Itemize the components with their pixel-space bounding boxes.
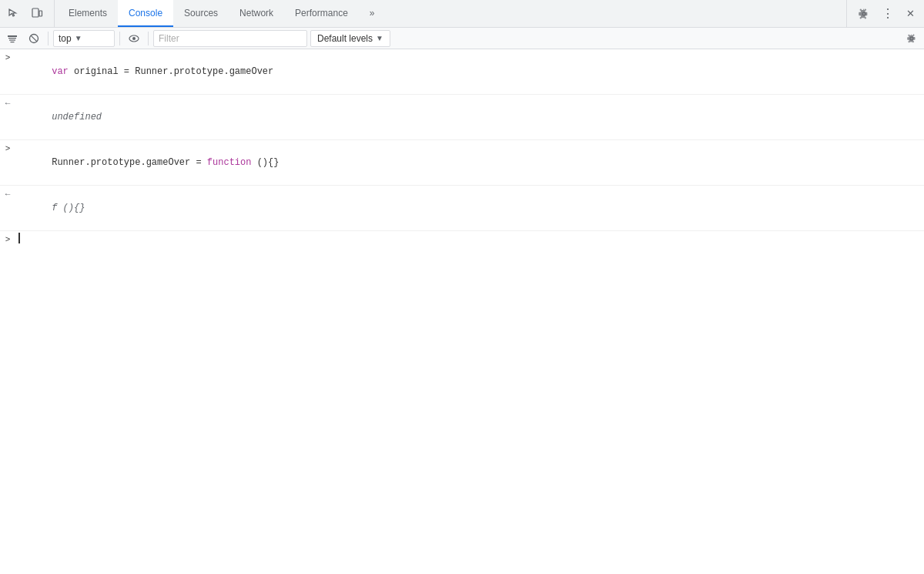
tab-bar-right-icons: ⋮ ✕ [846,0,921,27]
svg-rect-0 [32,8,38,17]
levels-button-arrow: ▼ [376,34,383,42]
log-levels-button[interactable]: Default levels ▼ [310,30,390,47]
toolbar-divider-3 [148,32,149,45]
console-line-2: ← undefined [0,95,924,140]
svg-rect-4 [9,39,15,40]
line-prefix-2: ← [0,96,15,111]
svg-rect-2 [8,35,17,37]
console-line-4: ← f (){} [0,186,924,231]
toolbar-divider-2 [119,32,120,45]
line-prefix-3: > [0,141,15,156]
more-options-button[interactable]: ⋮ [876,3,898,25]
tab-bar: Elements Console Sources Network Perform… [0,0,924,28]
svg-rect-3 [8,38,16,39]
filter-input[interactable] [153,30,307,47]
tab-sources[interactable]: Sources [173,0,229,27]
toolbar-divider-1 [48,32,49,45]
tabs: Elements Console Sources Network Perform… [58,0,846,27]
console-line-3: > Runner.prototype.gameOver = function (… [0,140,924,186]
line-prefix-4: ← [0,186,15,202]
console-settings-button[interactable] [902,29,921,48]
context-selector[interactable]: top ▼ [53,30,115,47]
text-cursor [18,233,20,243]
device-toolbar-button[interactable] [26,3,48,25]
tab-more[interactable]: » [359,0,386,27]
block-button[interactable] [25,29,43,48]
tab-performance[interactable]: Performance [284,0,359,27]
line-content-3: Runner.prototype.gameOver = function (){… [15,141,924,184]
line-content-5[interactable] [15,232,924,244]
line-content-4: f (){} [15,186,924,230]
inspect-element-button[interactable] [3,3,25,25]
tab-network[interactable]: Network [229,0,284,27]
svg-rect-1 [39,11,42,16]
context-selector-arrow: ▼ [75,34,82,42]
line-content-1: var original = Runner.prototype.gameOver [15,50,924,93]
devtools-icons [3,0,55,27]
svg-rect-5 [11,42,15,42]
console-line-5-input[interactable]: > [0,231,924,248]
svg-point-9 [132,37,136,40]
close-button[interactable]: ✕ [899,3,921,25]
settings-button[interactable] [853,3,875,25]
clear-console-button[interactable] [3,29,22,48]
console-output: > var original = Runner.prototype.gameOv… [0,49,924,574]
tab-elements[interactable]: Elements [58,0,118,27]
line-content-2: undefined [15,96,924,139]
tab-console[interactable]: Console [118,0,173,27]
console-toolbar: top ▼ Default levels ▼ [0,28,924,49]
line-prefix-1: > [0,50,15,65]
svg-line-7 [31,35,37,42]
eye-icon[interactable] [125,29,143,48]
console-line-1: > var original = Runner.prototype.gameOv… [0,49,924,95]
line-prefix-5: > [0,232,15,247]
